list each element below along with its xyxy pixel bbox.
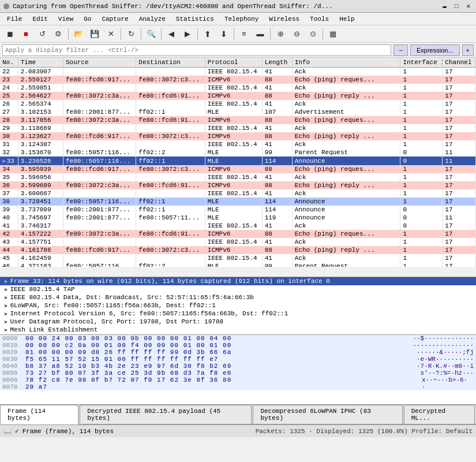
zoom-reset-btn[interactable]: ⊙ [305,27,320,41]
table-row[interactable]: ▶333.236526fe80::5057:116...ff02::1MLE11… [0,157,476,165]
table-row[interactable]: 293.118669IEEE 802.15.441Ack117 [0,124,476,132]
cell-iface: 1 [400,92,443,100]
close-file-btn[interactable]: ✕ [103,27,118,41]
filter-input[interactable] [2,44,391,56]
table-row[interactable]: 232.559127fe80::fcd6:917...fe80::3072:c3… [0,76,476,84]
table-row[interactable]: 222.083907IEEE 802.15.441Ack117 [0,68,476,76]
detail-row[interactable]: ▶Mesh Link Establishment [0,326,476,334]
table-row[interactable]: 464.371183fe80::5057:116...ff02::2MLE99P… [0,262,476,267]
table-row[interactable]: 343.595939fe80::fcd6:917...fe80::3072:c3… [0,165,476,173]
table-row[interactable]: 373.600667IEEE 802.15.441Ack117 [0,189,476,198]
cell-no: 28 [0,116,18,124]
detail-row[interactable]: ▶User Datagram Protocol, Src Port: 19788… [0,318,476,326]
table-row[interactable]: 283.117856fe80::3072:c3a...fe80::fcd6:91… [0,116,476,124]
minimize-btn[interactable]: ▬ [440,3,449,10]
col-no[interactable]: No. [0,58,18,68]
col-source[interactable]: Source [63,58,136,68]
cell-info: Ack [292,238,400,246]
interface-toolbar-btn[interactable]: ◼ [2,27,17,41]
coloring-btn[interactable]: ▬ [253,27,268,41]
menu-item-wireless[interactable]: Wireless [264,14,304,24]
menu-item-capture[interactable]: Capture [97,14,133,24]
col-time[interactable]: Time [18,58,63,68]
cell-proto: ICMPv6 [205,76,262,84]
expression-btn[interactable]: Expression... [410,44,460,56]
table-row[interactable]: 262.565374IEEE 802.15.441Ack117 [0,100,476,108]
find-packet-btn[interactable]: 🔍 [144,27,159,41]
table-row[interactable]: 353.596956IEEE 802.15.441Ack117 [0,173,476,181]
table-row[interactable]: 252.564627fe80::3072:c3a...fe80::fcd6:91… [0,92,476,100]
cell-len: 41 [262,68,292,76]
menu-item-telephony[interactable]: Telephony [220,14,263,24]
detail-row[interactable]: ▶IEEE 802.15.4 TAP [0,285,476,293]
cell-time: 4.371183 [18,262,63,267]
table-row[interactable]: 313.124387IEEE 802.15.441Ack117 [0,140,476,148]
goto-first-btn[interactable]: ⬆ [200,27,215,41]
goto-last-btn[interactable]: ⬇ [216,27,231,41]
save-file-btn[interactable]: 💾 [87,27,102,41]
zoom-in-btn[interactable]: ⊕ [273,27,288,41]
filter-arrow-btn[interactable]: → [393,44,408,56]
bottom-tab-3[interactable]: Decrypted ML... [404,405,475,424]
table-row[interactable]: 403.745697fe80::2001:877...fe80::5057:11… [0,214,476,222]
col-destination[interactable]: Destination [136,58,205,68]
cell-dst: fe80::3072:c3... [136,76,205,84]
stop-capture-btn[interactable]: ■ [18,27,33,41]
table-row[interactable]: 383.728451fe80::5057:116...ff02::1MLE114… [0,198,476,206]
table-row[interactable]: 303.123627fe80::fcd6:917...fe80::3072:c3… [0,132,476,140]
table-row[interactable]: 273.102153fe80::2001:877...ff02::1MLE107… [0,108,476,116]
detail-row[interactable]: ▶IEEE 802.15.4 Data, Dst: Broadcast, Src… [0,293,476,301]
menu-item-go[interactable]: Go [79,14,96,24]
back-btn[interactable]: ◀ [164,27,179,41]
packet-table-scroll[interactable]: No. Time Source Destination Protocol Len… [0,58,476,267]
zoom-out-btn[interactable]: ⊖ [289,27,304,41]
col-channel[interactable]: Channel [443,58,476,68]
menu-item-help[interactable]: Help [335,14,359,24]
bottom-tab-2[interactable]: Decompressed 6LoWPAN IPHC (83 bytes) [253,405,402,424]
table-row[interactable]: 454.162459IEEE 802.15.441Ack117 [0,254,476,262]
close-window-btn[interactable]: ✕ [464,2,473,10]
maximize-btn[interactable]: □ [452,3,461,10]
menu-item-statistics[interactable]: Statistics [171,14,219,24]
stats-btn[interactable]: ▦ [325,27,340,41]
menu-item-tools[interactable]: Tools [305,14,333,24]
table-row[interactable]: 393.737099fe80::2001:877...ff02::1MLE114… [0,206,476,214]
col-info[interactable]: Info [292,58,400,68]
detail-row[interactable]: ▶Internet Protocol Version 6, Src: fe80:… [0,310,476,318]
col-protocol[interactable]: Protocol [205,58,262,68]
detail-triangle: ▶ [5,295,8,301]
sep6 [234,28,234,40]
sep7 [270,28,271,40]
menu-item-view[interactable]: View [54,14,78,24]
cap-filter-btn[interactable]: ≡ [237,27,252,41]
cell-len: 88 [262,181,292,189]
cell-no: 38 [0,198,18,206]
restart-capture-btn[interactable]: ↺ [35,27,50,41]
table-row[interactable]: 413.746317IEEE 802.15.441Ack017 [0,222,476,230]
forward-btn[interactable]: ▶ [180,27,195,41]
options-btn[interactable]: ⚙ [51,27,66,41]
table-row[interactable]: 444.161786fe80::fcd6:917...fe80::3072:c3… [0,246,476,254]
table-row[interactable]: 424.157222fe80::3072:c3a...fe80::fcd6:91… [0,230,476,238]
table-row[interactable]: 242.559851IEEE 802.15.441Ack117 [0,84,476,92]
detail-row[interactable]: ▶6LoWPAN, Src: fe80::5057:1165:f56a:663b… [0,301,476,310]
add-filter-btn[interactable]: + [462,44,474,56]
col-iface[interactable]: Interface ID [400,58,443,68]
menu-item-analyze[interactable]: Analyze [134,14,170,24]
table-row[interactable]: 323.153670fe80::5057:116...ff02::2MLE99P… [0,148,476,157]
reload-btn[interactable]: ↻ [123,27,138,41]
cell-dst: ff02::1 [136,206,205,214]
menu-item-edit[interactable]: Edit [28,14,52,24]
sep4 [161,28,162,40]
bottom-tab-1[interactable]: Decrypted IEEE 802.15.4 payload (45 byte… [80,405,252,424]
open-file-btn[interactable]: 📂 [71,27,86,41]
col-length[interactable]: Length [262,58,292,68]
bottom-tab-0[interactable]: Frame (114 bytes) [0,405,78,424]
table-row[interactable]: 434.157751IEEE 802.15.441Ack117 [0,238,476,246]
cell-info: Parent Request [292,262,400,267]
detail-row[interactable]: ▶Frame 33: 114 bytes on wire (912 bits),… [0,277,476,285]
hex-bytes: 20 a7 [25,383,419,390]
cell-no: 32 [0,148,18,157]
menu-item-file[interactable]: File [2,14,27,24]
table-row[interactable]: 363.599689fe80::3072:c3a...fe80::fcd6:91… [0,181,476,189]
